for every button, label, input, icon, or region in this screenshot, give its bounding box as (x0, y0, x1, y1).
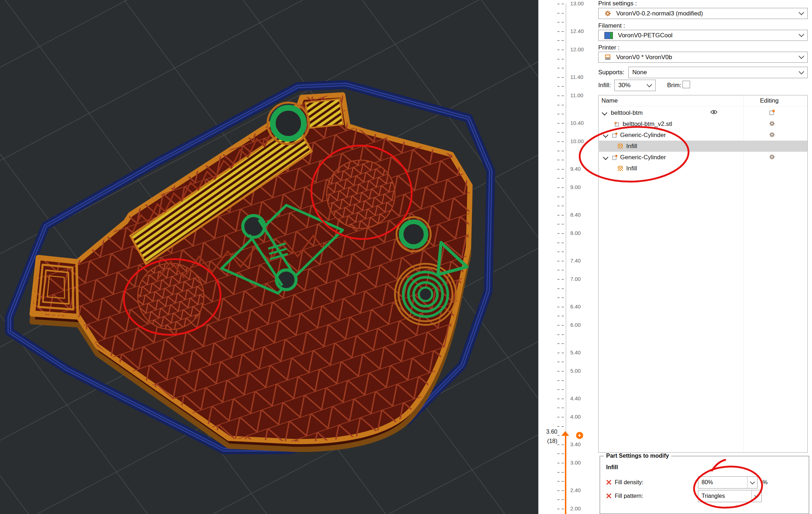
layer-tick-label: 9.40 (570, 166, 593, 172)
infill-label: Infill: (598, 82, 611, 89)
current-layer-label: (18) (537, 438, 557, 445)
layer-tick-label: 10.00 (570, 138, 593, 145)
chevron-down-icon (799, 53, 804, 59)
fill-pattern-value: Triangles (702, 493, 725, 499)
layer-slider-thumb[interactable] (561, 431, 569, 436)
print-settings-label: Print settings : (598, 0, 637, 7)
fill-density-unit: % (763, 479, 768, 486)
gear-icon[interactable] (768, 154, 776, 162)
modifier-name: Generic-Cylinder (620, 154, 666, 161)
layer-tick-label: 3.40 (570, 441, 593, 448)
layer-slider-filled[interactable] (565, 435, 566, 514)
chevron-down-icon[interactable] (751, 490, 761, 502)
layer-slider-track[interactable] (566, 4, 566, 435)
layer-tick-label: 7.40 (570, 258, 593, 264)
chevron-down-icon (799, 32, 804, 37)
infill-icon (618, 143, 623, 149)
layer-tick-label: 2.00 (570, 505, 593, 512)
fill-density-label: Fill density: (615, 479, 643, 486)
layer-tick-label: 8.40 (570, 212, 593, 218)
printer-select[interactable]: VoronV0 * VoronV0b (598, 52, 808, 63)
tree-row-object[interactable]: belttool-btm (599, 107, 807, 118)
layer-tick-label: 11.40 (570, 74, 593, 80)
brim-checkbox[interactable] (683, 81, 690, 88)
remove-setting-icon[interactable] (606, 493, 612, 499)
sliced-model-preview (0, 0, 538, 514)
brim-label: Brim: (667, 82, 681, 89)
printer-icon (604, 54, 611, 61)
layer-tick-label: 5.00 (570, 368, 593, 374)
layer-tick-label: 7.00 (570, 276, 593, 282)
layer-tick-label: 2.40 (570, 487, 593, 494)
layer-tick-label: 9.00 (570, 184, 593, 190)
filament-select[interactable]: VoronV0-PETGCool (598, 30, 808, 41)
filament-color-icon (604, 32, 613, 39)
layer-tick-label: 5.40 (570, 349, 593, 356)
supports-select[interactable]: None (628, 67, 808, 78)
object-list-header: Name Editing (599, 95, 807, 106)
part-name: belttool-btm_v2.stl (623, 121, 672, 128)
layer-tick-label: 8.00 (570, 230, 593, 236)
eye-icon[interactable] (710, 109, 718, 117)
setting-name: Infill (626, 143, 637, 150)
add-layer-marker-button[interactable]: + (576, 432, 583, 439)
editing-column-header: Editing (760, 97, 779, 104)
chevron-down-icon (799, 69, 804, 74)
part-settings-group: Infill (606, 464, 618, 471)
layer-tick-label: 3.00 (570, 459, 593, 466)
tree-row-infill-setting[interactable]: Infill (599, 141, 807, 152)
filament-label: Filament : (598, 22, 625, 29)
infill-icon (618, 166, 623, 171)
tree-row-modifier[interactable]: Generic-Cylinder (599, 129, 807, 141)
fill-density-value: 80% (702, 479, 713, 486)
chevron-down-icon[interactable] (603, 155, 609, 160)
modifier-icon (612, 132, 618, 138)
layer-tick-label: 6.40 (570, 303, 593, 310)
printer-label: Printer : (598, 44, 620, 51)
layer-tick-label: 12.40 (570, 28, 593, 34)
gear-icon[interactable] (768, 132, 776, 140)
tree-row-part[interactable]: belttool-btm_v2.stl (599, 118, 807, 129)
remove-setting-icon[interactable] (606, 480, 612, 485)
infill-value: 30% (618, 82, 631, 89)
print-settings-value: VoronV0-0.2-normal3 (modified) (616, 10, 703, 17)
name-column-header: Name (601, 97, 618, 104)
layer-tick-label: 11.00 (570, 92, 593, 99)
part-icon (614, 121, 620, 127)
edit-object-icon[interactable] (768, 109, 776, 117)
slider-minor-ticks (557, 4, 560, 510)
chevron-down-icon[interactable] (747, 477, 757, 488)
layer-tick-label: 12.00 (570, 46, 593, 53)
supports-label: Supports: (598, 69, 624, 76)
chevron-down-icon (799, 10, 804, 15)
part-settings-title: Part Settings to modify (604, 453, 671, 459)
gear-icon (604, 10, 611, 17)
chevron-down-icon (647, 81, 652, 87)
object-name: belttool-btm (611, 109, 643, 117)
current-height-label: 3.60 (537, 428, 557, 435)
gear-icon[interactable] (768, 121, 776, 128)
fill-pattern-select[interactable]: Triangles (698, 490, 762, 502)
modifier-icon (612, 155, 618, 160)
layer-tick-label: 4.00 (570, 414, 593, 420)
chevron-down-icon[interactable] (603, 132, 609, 138)
setting-name: Infill (626, 165, 637, 172)
tree-row-infill-setting[interactable]: Infill (599, 163, 807, 174)
fill-density-input[interactable]: 80% (698, 476, 757, 489)
modifier-name: Generic-Cylinder (620, 132, 666, 139)
print-settings-select[interactable]: VoronV0-0.2-normal3 (modified) (598, 8, 808, 19)
printer-value: VoronV0 * VoronV0b (616, 54, 672, 61)
filament-value: VoronV0-PETGCool (618, 32, 672, 39)
viewport-3d[interactable] (0, 0, 538, 514)
layer-tick-label: 13.00 (570, 0, 593, 7)
object-list: Name Editing belttool-btm belttool-btm_v… (598, 95, 808, 453)
layer-tick-label: 10.40 (570, 120, 593, 126)
slicer-window: + 3.60 (18) 13.00 12.40 12.00 11.40 11.0… (0, 0, 812, 514)
layer-tick-label: 4.40 (570, 395, 593, 402)
infill-select[interactable]: 30% (614, 80, 656, 91)
layer-tick-label: 6.00 (570, 322, 593, 328)
supports-value: None (632, 69, 647, 76)
tree-row-modifier[interactable]: Generic-Cylinder (599, 152, 807, 163)
chevron-down-icon[interactable] (602, 110, 608, 116)
fill-pattern-label: Fill pattern: (615, 493, 643, 499)
